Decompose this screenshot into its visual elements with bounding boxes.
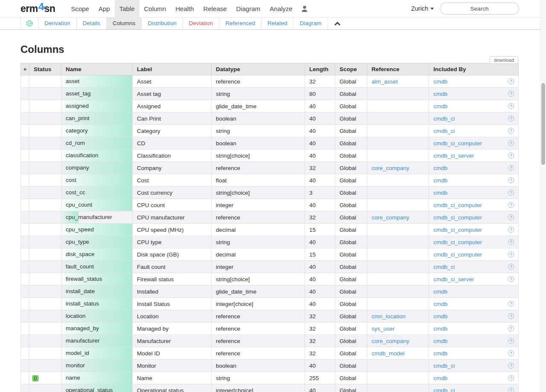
nav-item-health[interactable]: Health [171,0,198,17]
included-by-wrap: cmdb_ci_computer? [433,199,514,211]
included-by-link[interactable]: cmdb [433,165,447,171]
add-column-header[interactable]: + [21,63,29,75]
included-by-link[interactable]: cmdb [433,190,447,196]
help-icon[interactable]: ? [508,363,514,369]
help-icon[interactable]: ? [508,375,514,381]
included-by-link[interactable]: cmdb [433,375,447,381]
collapse-tabs-button[interactable] [328,17,347,29]
name-cell: cost_cc [61,187,133,199]
help-icon[interactable]: ? [508,301,514,307]
help-icon[interactable]: ? [508,326,514,331]
included-by-link[interactable]: cmdb [433,177,447,184]
help-icon[interactable]: ? [508,239,514,245]
included-by-link[interactable]: cmdb_ci_server [433,276,474,282]
included-by-link[interactable]: cmdb_ci [433,128,455,134]
scrollbar-thumb[interactable] [541,83,545,165]
tab-columns[interactable]: Columns [107,17,142,29]
included-by-link[interactable]: cmdb [433,313,447,320]
nav-item-analyze[interactable]: Analyze [265,0,297,17]
tab-distribution[interactable]: Distribution [142,17,183,29]
help-icon[interactable]: ? [508,264,514,270]
nav-item-release[interactable]: Release [199,0,232,17]
included-by-link[interactable]: cmdb_ci [433,115,455,122]
included-by-link[interactable]: cmdb_ci_computer [433,140,482,147]
nav-item-table[interactable]: Table [115,0,139,17]
tab-referenced[interactable]: Referenced [219,17,261,29]
help-icon[interactable]: ? [508,165,514,171]
included-by-wrap: cmdb_ci? [433,384,514,392]
included-by-link[interactable]: cmdb [433,326,447,332]
reference-link[interactable]: core_company [372,338,410,344]
tab-related[interactable]: Related [261,17,294,29]
download-button[interactable]: download [490,56,518,64]
status-cell [29,112,61,125]
status-cell [29,199,61,211]
included-by-link[interactable]: cmdb_ci_computer [433,202,482,208]
tab-details[interactable]: Details [77,17,107,29]
included-by-wrap: cmdb_ci_computer? [433,236,514,248]
included-by-link[interactable]: cmdb [433,103,447,110]
help-icon[interactable]: ? [508,103,514,109]
scrollbar-track[interactable] [540,0,546,392]
nav-item-column[interactable]: Column [139,0,171,17]
included-by-wrap: cmdb_ci_computer? [433,224,514,236]
included-by-link[interactable]: cmdb [433,350,447,357]
reference-link[interactable]: alm_asset [372,78,398,85]
table-row: cd_romCDboolean40Globalcmdb_ci_computer? [21,137,519,150]
included-by-link[interactable]: cmdb [433,78,447,85]
nav-item-diagram[interactable]: Diagram [232,0,265,17]
name-wrap: location [61,310,132,322]
scope-cell: Global [335,162,367,174]
included-by-link[interactable]: cmdb_ci_server [433,153,474,159]
included-by-link[interactable]: cmdb [433,301,447,307]
included-by-link[interactable]: cmdb_ci [433,363,455,369]
label-cell: Assigned [133,100,212,112]
status-cell [29,285,61,298]
help-icon[interactable]: ? [508,128,514,134]
reference-link[interactable]: sys_user [372,326,395,332]
help-icon[interactable]: ? [508,338,514,344]
reference-link[interactable]: core_company [372,165,410,171]
help-icon[interactable]: ? [508,140,514,146]
included-by-link[interactable]: cmdb_ci_computer [433,214,482,221]
help-icon[interactable]: ? [508,251,514,257]
help-icon[interactable]: ? [508,387,514,392]
help-icon[interactable]: ? [508,202,514,208]
search-input[interactable] [440,3,519,14]
help-icon[interactable]: ? [508,227,514,233]
included-by-wrap: cmdb? [433,347,514,359]
table-row: managed_byManaged byreference32Globalsys… [21,323,519,335]
name-wrap: managed_by [61,323,132,334]
name-wrap: category [61,125,132,137]
help-icon[interactable]: ? [508,313,514,319]
help-icon[interactable]: ? [508,115,514,121]
region-selector[interactable]: Zurich [411,5,434,12]
reference-link[interactable]: cmdb_model [372,350,404,357]
help-icon[interactable]: ? [508,177,514,183]
user-menu-button[interactable] [301,5,308,13]
tab-diagram[interactable]: Diagram [293,17,328,29]
reference-link[interactable]: cmn_location [372,313,406,320]
included-by-link[interactable]: cmdb [433,338,447,344]
tab-derivation[interactable]: Derivation [38,17,77,29]
included-by-link[interactable]: cmdb_ci_computer [433,239,482,245]
included-by-link[interactable]: cmdb [433,288,447,295]
help-icon[interactable]: ? [508,350,514,356]
reference-link[interactable]: core_company [372,214,410,221]
included-by-link[interactable]: cmdb_ci [433,387,455,392]
included-by-link[interactable]: cmdb_ci_computer [433,227,482,233]
included-by-link[interactable]: cmdb_ci_computer [433,251,482,258]
help-icon[interactable]: ? [508,214,514,220]
help-icon[interactable]: ? [508,78,514,84]
app-logo[interactable]: erm4sn [20,3,55,14]
help-icon[interactable]: ? [508,190,514,196]
help-icon[interactable]: ? [508,276,514,282]
help-icon[interactable]: ? [508,153,514,159]
help-icon[interactable]: ? [508,91,514,97]
column-name: managed_by [61,323,132,334]
included-by-link[interactable]: cmdb_ci [433,264,455,270]
tab-deviation[interactable]: Deviation [183,17,219,29]
nav-item-scope[interactable]: Scope [66,0,94,17]
nav-item-app[interactable]: App [94,0,115,17]
included-by-link[interactable]: cmdb [433,91,447,97]
